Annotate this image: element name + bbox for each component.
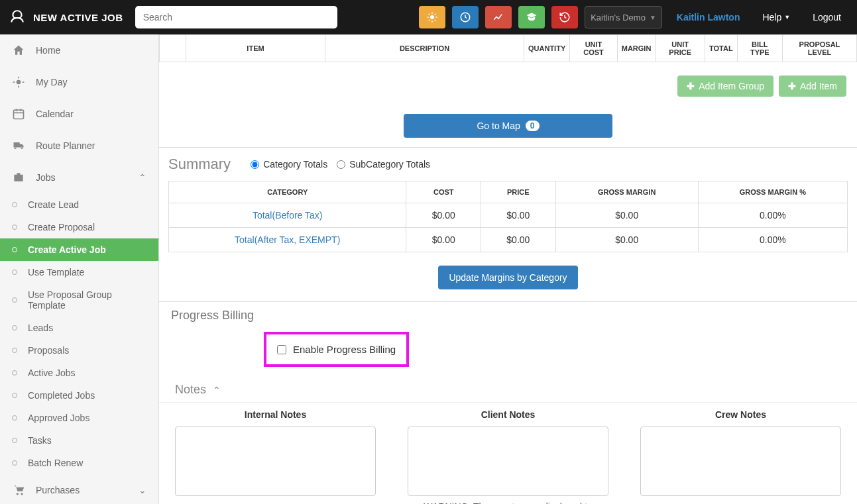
calendar-icon — [12, 107, 25, 121]
sidebar-item-leads[interactable]: Leads — [0, 317, 158, 339]
internal-notes-label: Internal Notes — [245, 409, 306, 420]
plus-icon: ✚ — [788, 81, 796, 91]
history-icon[interactable] — [551, 6, 578, 28]
sidebar-item-use-proposal-group-template[interactable]: Use Proposal Group Template — [0, 283, 158, 317]
sidebar-item-label: Use Proposal Group Template — [28, 289, 146, 311]
sidebar-item-route-planner[interactable]: Route Planner — [0, 130, 158, 162]
sidebar-item-tasks[interactable]: Tasks — [0, 429, 158, 452]
caret-down-icon: ▼ — [784, 14, 790, 21]
chevron-up-icon: ⌃ — [139, 172, 146, 183]
table-row: Total(Before Tax) $0.00 $0.00 $0.00 0.00… — [169, 203, 848, 228]
go-to-map-button[interactable]: Go to Map 0 — [404, 114, 612, 138]
sidebar-item-completed-jobs[interactable]: Completed Jobs — [0, 384, 158, 407]
page-title: NEW ACTIVE JOB — [33, 12, 123, 23]
caret-down-icon: ▼ — [650, 14, 656, 21]
enable-progress-billing-label[interactable]: Enable Progress Billing — [293, 344, 396, 355]
enable-progress-billing-checkbox[interactable] — [277, 345, 286, 354]
crew-notes-label: Crew Notes — [715, 409, 766, 420]
enable-progress-billing-highlight: Enable Progress Billing — [264, 332, 409, 367]
sidebar-item-label: Proposals — [28, 345, 69, 356]
cart-icon — [12, 483, 25, 497]
svg-point-10 — [17, 80, 21, 85]
col-price: PRICE — [481, 181, 556, 203]
sidebar-item-create-proposal[interactable]: Create Proposal — [0, 216, 158, 238]
account-selector[interactable]: Kaitlin's Demo ▼ — [585, 6, 662, 28]
sun-icon[interactable] — [419, 6, 445, 28]
search-input[interactable] — [135, 6, 337, 28]
client-notes-warning: WARNING: These notes are displayed to th… — [422, 501, 595, 504]
sidebar: Home My Day Calendar Route Planner Jobs … — [0, 34, 159, 504]
sidebar-item-label: Create Active Job — [28, 244, 106, 255]
svg-line-7 — [429, 20, 430, 21]
col-unit-price: UNIT PRICE — [656, 35, 705, 62]
col-proposal-level: PROPOSAL LEVEL — [782, 35, 856, 62]
sidebar-item-label: Leads — [28, 323, 53, 333]
sidebar-item-batch-renew[interactable]: Batch Renew — [0, 452, 158, 474]
client-notes-column: Client Notes WARNING: These notes are di… — [408, 409, 608, 504]
summary-title: Summary — [168, 156, 231, 173]
sidebar-item-label: Create Lead — [28, 199, 79, 210]
svg-point-20 — [21, 493, 23, 495]
app-logo-icon — [8, 8, 27, 26]
col-bill-type: BILL TYPE — [737, 35, 782, 62]
progress-billing-title: Progress Billing — [171, 309, 845, 323]
add-item-group-button[interactable]: ✚ Add Item Group — [677, 76, 773, 97]
update-margins-button[interactable]: Update Margins by Category — [438, 266, 577, 289]
col-quantity: QUANTITY — [524, 35, 570, 62]
sidebar-item-label: Home — [36, 45, 60, 56]
sidebar-item-label: Use Template — [28, 267, 84, 277]
col-category: CATEGORY — [169, 181, 406, 203]
client-notes-label: Client Notes — [481, 409, 536, 420]
clock-icon[interactable] — [452, 6, 479, 28]
radio-subcategory-totals[interactable]: SubCategory Totals — [337, 159, 430, 170]
chart-icon[interactable] — [485, 6, 512, 28]
briefcase-icon — [12, 171, 25, 184]
truck-icon — [12, 139, 25, 152]
help-link[interactable]: Help ▼ — [754, 12, 798, 23]
home-icon — [12, 44, 25, 57]
add-item-button[interactable]: ✚ Add Item — [779, 76, 846, 97]
item-table: ITEM DESCRIPTION QUANTITY UNIT COST MARG… — [159, 34, 857, 62]
logout-link[interactable]: Logout — [805, 12, 849, 23]
sidebar-item-proposals[interactable]: Proposals — [0, 339, 158, 362]
sidebar-item-active-jobs[interactable]: Active Jobs — [0, 362, 158, 384]
svg-line-8 — [435, 14, 436, 15]
svg-line-5 — [429, 14, 430, 15]
svg-rect-15 — [14, 110, 24, 119]
education-icon[interactable] — [518, 6, 545, 28]
sidebar-item-use-template[interactable]: Use Template — [0, 261, 158, 283]
sidebar-item-create-active-job[interactable]: Create Active Job — [0, 238, 158, 261]
svg-point-0 — [430, 15, 434, 19]
sidebar-item-home[interactable]: Home — [0, 34, 158, 66]
svg-point-19 — [17, 493, 19, 495]
sidebar-item-approved-jobs[interactable]: Approved Jobs — [0, 407, 158, 429]
summary-table: CATEGORY COST PRICE GROSS MARGIN GROSS M… — [168, 181, 848, 252]
col-cost: COST — [406, 181, 481, 203]
sidebar-item-label: Completed Jobs — [28, 390, 95, 401]
sidebar-item-label: Approved Jobs — [28, 413, 89, 423]
notes-section-header[interactable]: Notes ⌃ — [159, 374, 857, 402]
user-link[interactable]: Kaitlin Lawton — [669, 12, 748, 23]
sidebar-item-create-lead[interactable]: Create Lead — [0, 193, 158, 216]
main-content: ITEM DESCRIPTION QUANTITY UNIT COST MARG… — [159, 34, 857, 504]
top-bar: NEW ACTIVE JOB Kaitlin's Demo ▼ Kaitlin … — [0, 0, 857, 34]
col-total: TOTAL — [705, 35, 737, 62]
sidebar-item-label: Jobs — [36, 172, 56, 183]
client-notes-textarea[interactable] — [408, 427, 608, 496]
sidebar-item-label: Active Jobs — [28, 368, 76, 378]
search-container — [135, 6, 337, 28]
internal-notes-textarea[interactable] — [175, 427, 376, 496]
col-unit-cost: UNIT COST — [570, 35, 618, 62]
sidebar-item-my-day[interactable]: My Day — [0, 66, 158, 98]
chevron-up-icon: ⌃ — [213, 385, 221, 395]
sidebar-item-jobs[interactable]: Jobs ⌃ — [0, 162, 158, 193]
sidebar-item-calendar[interactable]: Calendar — [0, 98, 158, 130]
col-gross-margin-pct: GROSS MARGIN % — [698, 181, 847, 203]
sidebar-item-label: Route Planner — [36, 140, 95, 151]
sidebar-item-label: Tasks — [28, 435, 52, 446]
crew-notes-textarea[interactable] — [640, 427, 841, 496]
svg-line-6 — [435, 20, 436, 21]
sidebar-item-purchases[interactable]: Purchases ⌄ — [0, 474, 158, 504]
radio-category-totals[interactable]: Category Totals — [251, 159, 327, 170]
col-gross-margin: GROSS MARGIN — [555, 181, 698, 203]
